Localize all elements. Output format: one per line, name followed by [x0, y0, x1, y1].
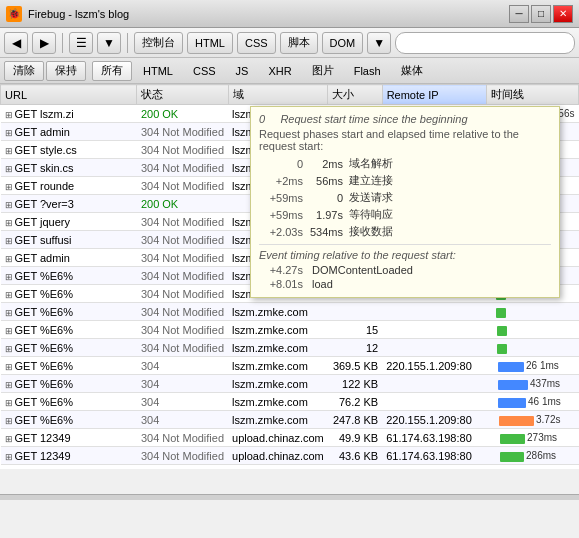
table-row[interactable]: ⊞GET %E6% 304 lszm.zmke.com 369.5 KB 220… [1, 357, 579, 375]
cell-status: 304 [137, 357, 228, 375]
cell-url: ⊞GET admin [1, 123, 137, 141]
expand-icon[interactable]: ⊞ [5, 236, 13, 246]
back-button[interactable]: ◀ [4, 32, 28, 54]
cell-url: ⊞GET 12349 [1, 465, 137, 470]
expand-icon[interactable]: ⊞ [5, 110, 13, 120]
expand-icon[interactable]: ⊞ [5, 200, 13, 210]
tab-images[interactable]: 图片 [303, 61, 343, 81]
cell-url: ⊞GET suffusi [1, 231, 137, 249]
expand-icon[interactable]: ⊞ [5, 416, 13, 426]
cell-ip: 61.174.63.198:80 [382, 465, 486, 470]
col-header-url[interactable]: URL [1, 85, 137, 105]
cell-size [328, 303, 382, 321]
table-row[interactable]: ⊞GET 12349 304 Not Modified upload.china… [1, 429, 579, 447]
expand-icon[interactable]: ⊞ [5, 308, 13, 318]
expand-icon[interactable]: ⊞ [5, 182, 13, 192]
expand-icon[interactable]: ⊞ [5, 254, 13, 264]
table-row[interactable]: ⊞GET %E6% 304 Not Modified lszm.zmke.com… [1, 339, 579, 357]
tooltip-header: 0 Request start time since the beginning [259, 113, 551, 125]
menu-arrow-button[interactable]: ▼ [97, 32, 121, 54]
tab-css[interactable]: CSS [184, 61, 225, 81]
cell-url: ⊞GET ?ver=3 [1, 195, 137, 213]
cell-url: ⊞GET %E6% [1, 375, 137, 393]
tooltip-subheader-section: Request phases start and elapsed time re… [259, 128, 551, 240]
maximize-button[interactable]: □ [531, 5, 551, 23]
expand-icon[interactable]: ⊞ [5, 362, 13, 372]
expand-icon[interactable]: ⊞ [5, 434, 13, 444]
tooltip-duration-0: 2ms [309, 158, 349, 170]
dom-arrow-button[interactable]: ▼ [367, 32, 391, 54]
cell-timeline: 300ms [486, 465, 578, 470]
expand-icon[interactable]: ⊞ [5, 272, 13, 282]
tab-media[interactable]: 媒体 [392, 61, 432, 81]
table-row[interactable]: ⊞GET %E6% 304 Not Modified lszm.zmke.com [1, 303, 579, 321]
cell-domain: upload.chinaz.com [228, 429, 328, 447]
col-header-timeline[interactable]: 时间线 [486, 85, 578, 105]
cell-url: ⊞GET jquery [1, 213, 137, 231]
tooltip-timing-offset-0: +4.27s [259, 264, 309, 276]
cell-status: 304 Not Modified [137, 303, 228, 321]
table-row[interactable]: ⊞GET %E6% 304 lszm.zmke.com 122 KB 437ms [1, 375, 579, 393]
cell-url: ⊞GET style.cs [1, 141, 137, 159]
dom-tab-button[interactable]: DOM [322, 32, 364, 54]
html-tab-button[interactable]: HTML [187, 32, 233, 54]
cell-status: 304 [137, 411, 228, 429]
firebug-bottom [0, 494, 579, 500]
col-header-ip[interactable]: Remote IP [382, 85, 486, 105]
table-row[interactable]: ⊞GET 12349 304 Not Modified upload.china… [1, 465, 579, 470]
cell-domain: upload.chinaz.com [228, 447, 328, 465]
cell-size: 122 KB [328, 375, 382, 393]
console-tab-button[interactable]: 控制台 [134, 32, 183, 54]
expand-icon[interactable]: ⊞ [5, 128, 13, 138]
cell-status: 304 Not Modified [137, 231, 228, 249]
expand-icon[interactable]: ⊞ [5, 452, 13, 462]
cell-url: ⊞GET lszm.zi [1, 105, 137, 123]
minimize-button[interactable]: ─ [509, 5, 529, 23]
tab-flash[interactable]: Flash [345, 61, 390, 81]
script-tab-button[interactable]: 脚本 [280, 32, 318, 54]
table-row[interactable]: ⊞GET %E6% 304 Not Modified lszm.zmke.com… [1, 321, 579, 339]
expand-icon[interactable]: ⊞ [5, 398, 13, 408]
tab-js[interactable]: JS [227, 61, 258, 81]
persist-button[interactable]: 保持 [46, 61, 86, 81]
tooltip-label-1: 建立连接 [349, 173, 393, 188]
tooltip-duration-3: 1.97s [309, 209, 349, 221]
expand-icon[interactable]: ⊞ [5, 380, 13, 390]
cell-ip: 220.155.1.209:80 [382, 411, 486, 429]
tooltip-timing-1: +8.01s load [259, 277, 551, 291]
tooltip-phase-2: +59ms 0 发送请求 [259, 189, 551, 206]
tooltip-offset-3: +59ms [259, 209, 309, 221]
table-row[interactable]: ⊞GET 12349 304 Not Modified upload.china… [1, 447, 579, 465]
cell-domain: lszm.zmke.com [228, 357, 328, 375]
cell-url: ⊞GET %E6% [1, 393, 137, 411]
expand-icon[interactable]: ⊞ [5, 326, 13, 336]
col-header-domain[interactable]: 域 [228, 85, 328, 105]
tooltip-duration-4: 534ms [309, 226, 349, 238]
col-header-status[interactable]: 状态 [137, 85, 228, 105]
cell-url: ⊞GET 12349 [1, 447, 137, 465]
forward-button[interactable]: ▶ [32, 32, 56, 54]
menu-button[interactable]: ☰ [69, 32, 93, 54]
tab-all[interactable]: 所有 [92, 61, 132, 81]
col-header-size[interactable]: 大小 [328, 85, 382, 105]
browser-toolbar: ◀ ▶ ☰ ▼ 控制台 HTML CSS 脚本 DOM ▼ [0, 28, 579, 58]
tab-xhr[interactable]: XHR [259, 61, 300, 81]
cell-size: 49.9 KB [328, 429, 382, 447]
expand-icon[interactable]: ⊞ [5, 290, 13, 300]
expand-icon[interactable]: ⊞ [5, 164, 13, 174]
expand-icon[interactable]: ⊞ [5, 344, 13, 354]
close-button[interactable]: ✕ [553, 5, 573, 23]
cell-url: ⊞GET admin [1, 249, 137, 267]
cell-domain: upload.chinaz.com [228, 465, 328, 470]
expand-icon[interactable]: ⊞ [5, 146, 13, 156]
cell-status: 304 [137, 393, 228, 411]
tab-html[interactable]: HTML [134, 61, 182, 81]
clear-button[interactable]: 清除 [4, 61, 44, 81]
expand-icon[interactable]: ⊞ [5, 218, 13, 228]
search-input[interactable] [395, 32, 575, 54]
table-row[interactable]: ⊞GET %E6% 304 lszm.zmke.com 247.8 KB 220… [1, 411, 579, 429]
table-row[interactable]: ⊞GET %E6% 304 lszm.zmke.com 76.2 KB 46 1… [1, 393, 579, 411]
cell-url: ⊞GET rounde [1, 177, 137, 195]
css-tab-button[interactable]: CSS [237, 32, 276, 54]
cell-status: 304 Not Modified [137, 321, 228, 339]
